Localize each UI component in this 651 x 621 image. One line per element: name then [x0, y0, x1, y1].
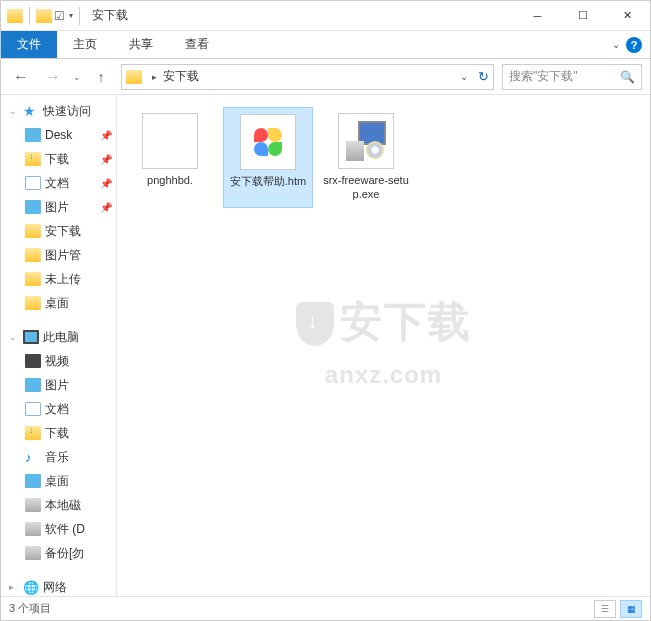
- navigation-pane[interactable]: ⌄ ★ 快速访问 Desk📌下载📌文档📌图片📌安下载图片管未上传桌面 ⌄ 此电脑…: [1, 95, 117, 596]
- item-count: 3 个项目: [9, 601, 51, 616]
- tab-share[interactable]: 共享: [113, 31, 169, 58]
- titlebar: ☑ ▾ 安下载 ─ ☐ ✕: [1, 1, 650, 31]
- sidebar-item[interactable]: 文档: [1, 397, 116, 421]
- sidebar-item-label: 桌面: [45, 295, 69, 312]
- check-icon[interactable]: ☑: [54, 9, 65, 23]
- doc-icon: [25, 402, 41, 416]
- minimize-button[interactable]: ─: [515, 1, 560, 31]
- sidebar-item-label: 下载: [45, 151, 69, 168]
- content-area: ⌄ ★ 快速访问 Desk📌下载📌文档📌图片📌安下载图片管未上传桌面 ⌄ 此电脑…: [1, 95, 650, 596]
- sidebar-item[interactable]: 本地磁: [1, 493, 116, 517]
- sidebar-item[interactable]: 下载: [1, 421, 116, 445]
- search-box[interactable]: 搜索"安下载" 🔍: [502, 64, 642, 90]
- navigation-bar: ← → ⌄ ↑ ▸ 安下载 ⌄ ↻ 搜索"安下载" 🔍: [1, 59, 650, 95]
- qat-dropdown-icon[interactable]: ▾: [69, 11, 73, 20]
- sidebar-item[interactable]: ♪音乐: [1, 445, 116, 469]
- network[interactable]: ▸ 🌐 网络: [1, 575, 116, 596]
- desk-icon: [25, 128, 41, 142]
- sidebar-item-label: 音乐: [45, 449, 69, 466]
- dl-icon: [25, 152, 41, 166]
- pc-icon: [23, 330, 39, 344]
- sidebar-item[interactable]: 安下载: [1, 219, 116, 243]
- quick-access[interactable]: ⌄ ★ 快速访问: [1, 99, 116, 123]
- sidebar-item-label: 文档: [45, 401, 69, 418]
- maximize-button[interactable]: ☐: [560, 1, 605, 31]
- forward-button[interactable]: →: [41, 65, 65, 89]
- chevron-right-icon[interactable]: ▸: [9, 582, 19, 592]
- folder-icon: [25, 272, 41, 286]
- file-item[interactable]: pnghhbd.: [125, 107, 215, 208]
- video-icon: [25, 354, 41, 368]
- search-icon[interactable]: 🔍: [620, 70, 635, 84]
- sidebar-item-label: 备份[勿: [45, 545, 84, 562]
- sidebar-item[interactable]: 文档📌: [1, 171, 116, 195]
- sidebar-item-label: 快速访问: [43, 103, 91, 120]
- sidebar-item-label: 下载: [45, 425, 69, 442]
- address-folder-icon: [126, 70, 142, 84]
- sidebar-item-label: 桌面: [45, 473, 69, 490]
- watermark: 安下载 anxz.com: [296, 298, 472, 392]
- file-name: 安下载帮助.htm: [230, 174, 306, 188]
- sidebar-item-label: 网络: [43, 579, 67, 596]
- sidebar-item[interactable]: 桌面: [1, 291, 116, 315]
- network-icon: 🌐: [23, 580, 39, 594]
- close-button[interactable]: ✕: [605, 1, 650, 31]
- up-button[interactable]: ↑: [89, 65, 113, 89]
- sidebar-item[interactable]: 视频: [1, 349, 116, 373]
- sidebar-item[interactable]: Desk📌: [1, 123, 116, 147]
- window-title: 安下载: [92, 7, 128, 24]
- chevron-right-icon[interactable]: ▸: [152, 72, 157, 82]
- sidebar-item[interactable]: 图片: [1, 373, 116, 397]
- ribbon: 文件 主页 共享 查看 ⌄ ?: [1, 31, 650, 59]
- sidebar-item[interactable]: 桌面: [1, 469, 116, 493]
- file-pane[interactable]: 安下载 anxz.com pnghhbd.安下载帮助.htmsrx-freewa…: [117, 95, 650, 596]
- sidebar-item[interactable]: 下载📌: [1, 147, 116, 171]
- pin-icon: 📌: [100, 154, 112, 165]
- desk-icon: [25, 474, 41, 488]
- address-dropdown-icon[interactable]: ⌄: [460, 71, 468, 82]
- file-thumbnail: [240, 114, 296, 170]
- app-icon[interactable]: [7, 9, 23, 23]
- pic-icon: [25, 378, 41, 392]
- tab-home[interactable]: 主页: [57, 31, 113, 58]
- disk-icon: [25, 498, 41, 512]
- folder-icon: [25, 224, 41, 238]
- disk-icon: [25, 546, 41, 560]
- exe-icon: [346, 121, 386, 161]
- back-button[interactable]: ←: [9, 65, 33, 89]
- icons-view-button[interactable]: ▦: [620, 600, 642, 618]
- sidebar-item-label: 软件 (D: [45, 521, 85, 538]
- sidebar-item[interactable]: 图片📌: [1, 195, 116, 219]
- search-placeholder: 搜索"安下载": [509, 68, 614, 85]
- sidebar-item[interactable]: 软件 (D: [1, 517, 116, 541]
- chevron-down-icon[interactable]: ⌄: [9, 332, 19, 342]
- status-bar: 3 个项目 ☰ ▦: [1, 596, 650, 620]
- quick-access-toolbar: ☑ ▾: [1, 7, 84, 25]
- tab-file[interactable]: 文件: [1, 31, 57, 58]
- dl-icon: [25, 426, 41, 440]
- this-pc[interactable]: ⌄ 此电脑: [1, 325, 116, 349]
- address-bar[interactable]: ▸ 安下载 ⌄ ↻: [121, 64, 494, 90]
- folder-icon: [25, 296, 41, 310]
- file-item[interactable]: 安下载帮助.htm: [223, 107, 313, 208]
- refresh-icon[interactable]: ↻: [478, 69, 489, 84]
- expand-ribbon-icon[interactable]: ⌄: [612, 39, 620, 50]
- tab-view[interactable]: 查看: [169, 31, 225, 58]
- shield-icon: [296, 302, 334, 346]
- details-view-button[interactable]: ☰: [594, 600, 616, 618]
- qat-open-icon[interactable]: [36, 9, 52, 23]
- pic-icon: [25, 200, 41, 214]
- sidebar-item-label: 文档: [45, 175, 69, 192]
- file-item[interactable]: srx-freeware-setup.exe: [321, 107, 411, 208]
- help-icon[interactable]: ?: [626, 37, 642, 53]
- address-path[interactable]: 安下载: [163, 68, 454, 85]
- sidebar-item[interactable]: 备份[勿: [1, 541, 116, 565]
- music-icon: ♪: [25, 450, 41, 464]
- sidebar-item-label: Desk: [45, 128, 72, 142]
- chevron-down-icon[interactable]: ⌄: [9, 106, 19, 116]
- sidebar-item[interactable]: 图片管: [1, 243, 116, 267]
- sidebar-item[interactable]: 未上传: [1, 267, 116, 291]
- file-name: pnghhbd.: [147, 173, 193, 187]
- recent-locations-icon[interactable]: ⌄: [73, 72, 81, 82]
- sidebar-item-label: 此电脑: [43, 329, 79, 346]
